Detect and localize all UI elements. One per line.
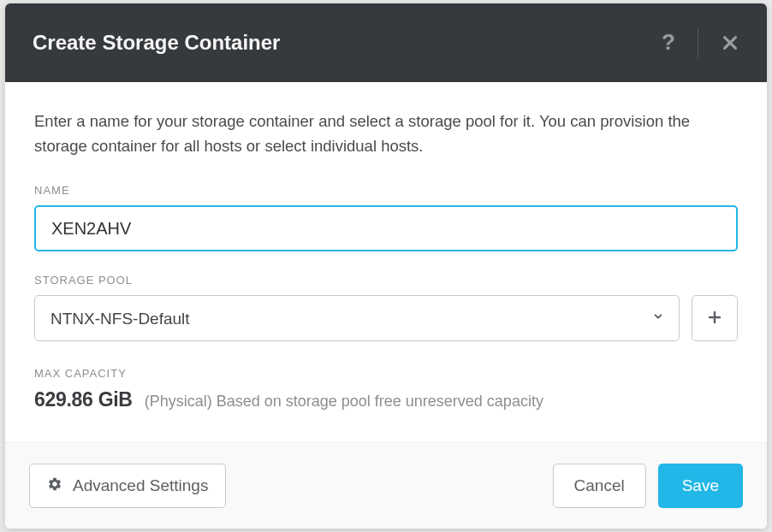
footer-right: Cancel Save xyxy=(553,464,743,508)
max-capacity-note: (Physical) Based on storage pool free un… xyxy=(145,393,543,411)
plus-icon xyxy=(707,310,722,328)
cancel-button[interactable]: Cancel xyxy=(553,464,646,508)
modal-header: Create Storage Container ? xyxy=(5,3,767,82)
storage-pool-label: STORAGE POOL xyxy=(34,274,738,287)
create-storage-container-modal: Create Storage Container ? Enter a name … xyxy=(5,3,767,529)
storage-pool-row: NTNX-NFS-Default xyxy=(34,295,738,341)
name-field-block: NAME xyxy=(34,184,738,251)
max-capacity-value: 629.86 GiB xyxy=(34,388,133,411)
modal-description: Enter a name for your storage container … xyxy=(34,109,738,158)
gear-icon xyxy=(47,476,62,496)
modal-title: Create Storage Container xyxy=(33,31,280,55)
max-capacity-block: MAX CAPACITY 629.86 GiB (Physical) Based… xyxy=(34,367,738,411)
max-capacity-row: 629.86 GiB (Physical) Based on storage p… xyxy=(34,388,738,411)
name-label: NAME xyxy=(34,184,738,197)
save-button[interactable]: Save xyxy=(658,464,743,508)
name-input[interactable] xyxy=(34,205,738,251)
modal-footer: Advanced Settings Cancel Save xyxy=(5,442,767,529)
header-divider xyxy=(698,27,698,58)
modal-body: Enter a name for your storage container … xyxy=(5,82,767,442)
storage-pool-select-wrap: NTNX-NFS-Default xyxy=(34,295,680,341)
advanced-settings-label: Advanced Settings xyxy=(73,476,208,495)
advanced-settings-button[interactable]: Advanced Settings xyxy=(29,464,226,508)
header-actions: ? xyxy=(662,27,739,58)
help-icon[interactable]: ? xyxy=(662,29,675,56)
storage-pool-select[interactable]: NTNX-NFS-Default xyxy=(34,295,680,341)
max-capacity-label: MAX CAPACITY xyxy=(34,367,738,380)
storage-pool-field-block: STORAGE POOL NTNX-NFS-Default xyxy=(34,274,738,341)
close-icon[interactable] xyxy=(721,33,739,52)
add-storage-pool-button[interactable] xyxy=(692,295,738,341)
